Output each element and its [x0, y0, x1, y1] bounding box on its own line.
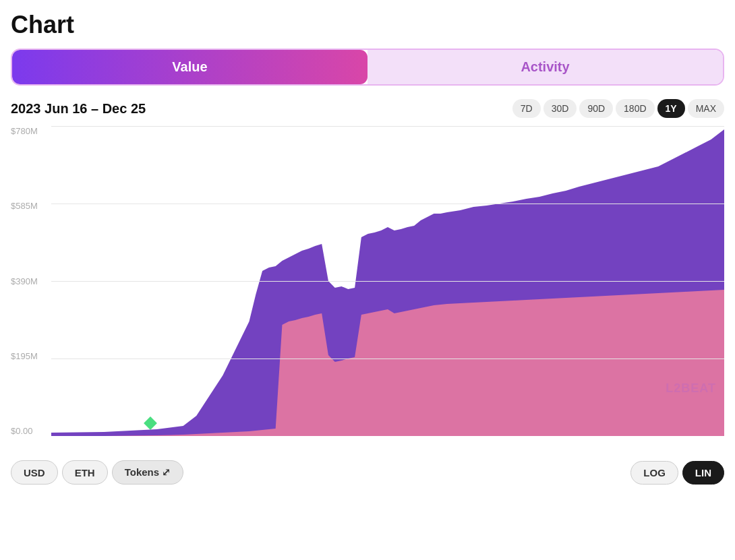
period-buttons: 7D 30D 90D 180D 1Y MAX: [512, 99, 724, 118]
scale-lin[interactable]: LIN: [682, 461, 724, 485]
chart-svg-container: L2BEAT: [51, 126, 724, 436]
date-range: 2023 Jun 16 – Dec 25: [11, 101, 146, 117]
right-controls: LOG LIN: [630, 461, 724, 485]
period-180d[interactable]: 180D: [616, 99, 654, 118]
tab-bar: Value Activity: [11, 49, 724, 86]
chart-header: 2023 Jun 16 – Dec 25 7D 30D 90D 180D 1Y …: [11, 99, 724, 118]
left-controls: USD ETH Tokens ⤢: [11, 460, 183, 485]
y-label-0: $0.00: [11, 426, 51, 436]
tab-value[interactable]: Value: [12, 50, 368, 84]
period-30d[interactable]: 30D: [543, 99, 577, 118]
period-1y[interactable]: 1Y: [657, 99, 685, 118]
y-axis: $780M $585M $390M $195M $0.00: [11, 126, 51, 449]
period-max[interactable]: MAX: [688, 99, 724, 118]
y-label-390: $390M: [11, 276, 51, 286]
page-title: Chart: [11, 11, 724, 39]
tokens-button[interactable]: Tokens ⤢: [112, 460, 184, 485]
chart-area: $780M $585M $390M $195M $0.00 L2: [11, 126, 724, 449]
currency-usd[interactable]: USD: [11, 460, 58, 485]
y-label-195: $195M: [11, 351, 51, 361]
y-label-585: $585M: [11, 201, 51, 211]
watermark: L2BEAT: [666, 381, 716, 396]
period-7d[interactable]: 7D: [512, 99, 541, 118]
currency-eth[interactable]: ETH: [62, 460, 108, 485]
y-label-780: $780M: [11, 126, 51, 136]
tab-activity[interactable]: Activity: [368, 50, 723, 84]
bottom-controls: USD ETH Tokens ⤢ LOG LIN: [11, 460, 724, 485]
scale-log[interactable]: LOG: [630, 461, 678, 485]
period-90d[interactable]: 90D: [579, 99, 613, 118]
